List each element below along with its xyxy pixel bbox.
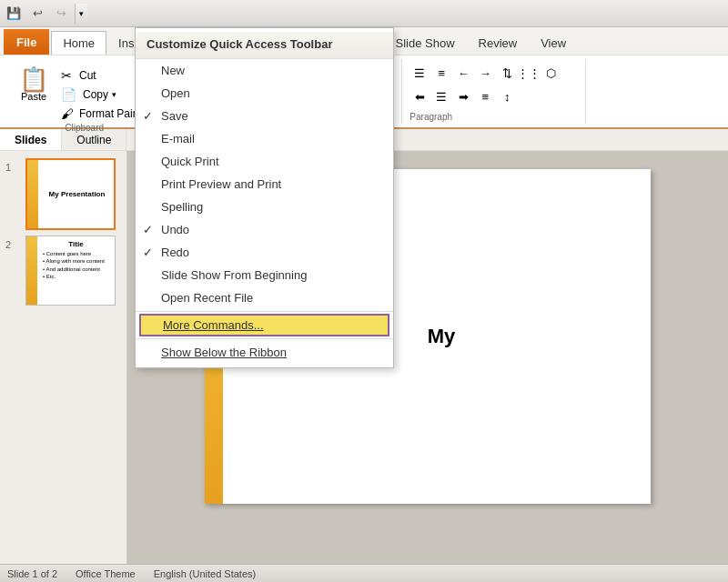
tab-slideshow[interactable]: Slide Show — [384, 31, 467, 55]
para-row1: ☰ ≡ ← → ⇅ ⋮⋮ ⬡ — [410, 59, 580, 83]
menu-item-save-label: Save — [161, 109, 188, 123]
language: English (United States) — [154, 568, 257, 579]
redo-checkmark: ✓ — [143, 246, 153, 259]
numbering-button[interactable]: ≡ — [431, 63, 451, 83]
menu-item-save[interactable]: ✓ Save — [136, 105, 393, 127]
paragraph-group: ☰ ≡ ← → ⇅ ⋮⋮ ⬡ ⬅ ☰ ➡ ≡ ↕ Paragraph — [404, 59, 586, 124]
tab-home[interactable]: Home — [51, 31, 106, 55]
justify-button[interactable]: ≡ — [475, 86, 495, 106]
menu-item-open-recent[interactable]: Open Recent File — [136, 286, 393, 309]
cut-icon: ✂ — [61, 68, 76, 83]
menu-item-show-below[interactable]: Show Below the Ribbon — [136, 341, 393, 364]
menu-item-open-recent-label: Open Recent File — [161, 291, 253, 305]
save-button[interactable]: 💾 — [4, 4, 24, 24]
menu-item-quick-print[interactable]: Quick Print — [136, 150, 393, 173]
menu-item-undo[interactable]: ✓ Undo — [136, 218, 393, 241]
slide-2-number: 2 — [5, 239, 11, 250]
customize-toolbar-menu: Customize Quick Access Toolbar New Open … — [135, 27, 394, 368]
redo-button[interactable]: ↪ — [51, 4, 71, 24]
menu-item-redo[interactable]: ✓ Redo — [136, 241, 393, 264]
slide-2-thumb[interactable]: Title • Content goes here • Along with m… — [25, 236, 116, 306]
format-painter-icon: 🖌 — [61, 106, 76, 121]
menu-item-more-commands-label: More Commands... — [163, 318, 264, 332]
menu-item-open-label: Open — [161, 86, 190, 100]
menu-item-spelling[interactable]: Spelling — [136, 196, 393, 218]
undo-button[interactable]: ↩ — [27, 4, 47, 24]
undo-checkmark: ✓ — [143, 223, 153, 236]
save-checkmark: ✓ — [143, 109, 153, 123]
text-direction-button[interactable]: ⇅ — [497, 63, 517, 83]
menu-item-spelling-label: Spelling — [161, 200, 203, 214]
slide-1-title: My Presentation — [49, 190, 106, 198]
theme-name: Office Theme — [76, 568, 136, 579]
slide-canvas-title: My — [428, 325, 456, 348]
menu-item-email[interactable]: E-mail — [136, 127, 393, 150]
tab-view[interactable]: View — [529, 31, 578, 55]
menu-item-open[interactable]: Open — [136, 82, 393, 105]
paste-label: Paste — [21, 91, 46, 102]
tab-file[interactable]: File — [4, 29, 49, 55]
slide-panel: 1 My Presentation 2 Title • Content goes… — [0, 151, 127, 582]
quick-access-dropdown-button[interactable]: ▾ — [75, 4, 87, 24]
slide-1-accent-bar — [27, 160, 38, 228]
slide-1-number: 1 — [5, 162, 11, 173]
menu-item-more-commands[interactable]: More Commands... — [139, 314, 389, 336]
menu-item-slideshow-label: Slide Show From Beginning — [161, 268, 307, 282]
slide-1-content: My Presentation — [27, 160, 114, 228]
menu-item-print-preview[interactable]: Print Preview and Print — [136, 173, 393, 196]
slide-2-bullet1: • Content goes here — [43, 250, 111, 257]
title-bar: 💾 ↩ ↪ ▾ — [0, 0, 728, 27]
slide-count: Slide 1 of 2 — [7, 568, 57, 579]
menu-separator-2 — [136, 338, 393, 339]
paste-button[interactable]: 📋 Paste — [13, 63, 55, 106]
slide-2-bullets: • Content goes here • Along with more co… — [43, 250, 111, 281]
smartart-button[interactable]: ⬡ — [541, 63, 561, 83]
slide-2-bullet3: • And additional content — [43, 266, 111, 273]
menu-item-redo-label: Redo — [161, 246, 189, 259]
bullets-button[interactable]: ☰ — [410, 63, 430, 83]
copy-icon: 📄 — [61, 87, 76, 102]
menu-item-print-preview-label: Print Preview and Print — [161, 177, 281, 191]
cut-label: Cut — [79, 69, 96, 82]
para-row2: ⬅ ☰ ➡ ≡ ↕ — [410, 83, 580, 106]
slide-2-title: Title — [41, 240, 111, 248]
menu-separator — [136, 311, 393, 312]
status-bar: Slide 1 of 2 Office Theme English (Unite… — [0, 564, 728, 582]
slide-2-bullet2: • Along with more content — [43, 257, 111, 265]
tab-review[interactable]: Review — [467, 31, 530, 55]
menu-item-new[interactable]: New — [136, 59, 393, 82]
slide-1-thumb[interactable]: My Presentation — [25, 158, 116, 230]
tab-outline[interactable]: Outline — [62, 129, 126, 150]
menu-item-show-below-label: Show Below the Ribbon — [161, 346, 287, 359]
align-right-button[interactable]: ➡ — [453, 86, 473, 106]
copy-dropdown[interactable]: ▾ — [112, 90, 116, 99]
slide-2-bullet4: • Etc. — [43, 273, 111, 280]
line-spacing-button[interactable]: ↕ — [497, 86, 517, 106]
slide-2-content: Title • Content goes here • Along with m… — [26, 236, 115, 305]
menu-header: Customize Quick Access Toolbar — [136, 32, 393, 59]
indent-decrease-button[interactable]: ← — [453, 63, 473, 83]
menu-item-quick-print-label: Quick Print — [161, 155, 219, 168]
align-center-button[interactable]: ☰ — [431, 86, 451, 106]
paragraph-group-label: Paragraph — [410, 112, 580, 124]
copy-text: Copy — [83, 88, 108, 101]
menu-item-new-label: New — [161, 64, 185, 77]
paste-icon: 📋 — [19, 67, 48, 91]
align-left-button[interactable]: ⬅ — [410, 86, 430, 106]
menu-item-slideshow[interactable]: Slide Show From Beginning — [136, 264, 393, 286]
slide-2-accent-bar — [26, 236, 37, 305]
indent-increase-button[interactable]: → — [475, 63, 495, 83]
quick-access-toolbar: 💾 ↩ ↪ ▾ — [4, 4, 87, 24]
align-columns-button[interactable]: ⋮⋮ — [519, 63, 539, 83]
menu-item-email-label: E-mail — [161, 132, 195, 146]
menu-item-undo-label: Undo — [161, 223, 189, 236]
tab-slides[interactable]: Slides — [0, 129, 62, 150]
